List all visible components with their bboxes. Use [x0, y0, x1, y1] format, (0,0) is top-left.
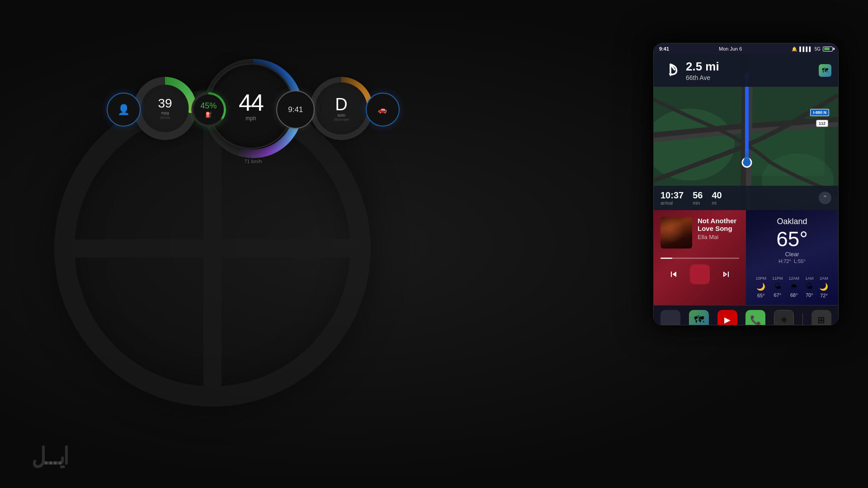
dock-separator: [802, 313, 803, 325]
car-icon: 🚗: [378, 105, 387, 114]
forecast-icon-2: 🌧: [790, 282, 797, 291]
trip-info-bar: 10:37 arrival 56 min 40 mi ⌃: [654, 186, 838, 210]
weather-city: Oakland: [753, 217, 831, 226]
minutes-item: 56 min: [693, 190, 703, 206]
highway-badge-text: I-880 N: [813, 110, 826, 115]
weather-condition: Clear: [753, 251, 831, 258]
navigation-info: 2.5 mi 66th Ave: [686, 60, 813, 81]
dock-youtube-app[interactable]: ▶: [717, 310, 737, 325]
status-bar: 9:41 Mon Jun 6 🔔 ▌▌▌▌ 5G: [654, 43, 838, 54]
forecast-time-1: 11PM: [772, 276, 783, 281]
road-badge-text: 112: [819, 121, 826, 126]
nav-turn-arrow: [660, 61, 680, 80]
forecast-time-2: 12AM: [788, 276, 799, 281]
forecast-icon-3: 🌤: [806, 282, 813, 291]
miles-value: 40: [712, 190, 722, 201]
next-button[interactable]: [716, 264, 736, 284]
album-art: [660, 217, 692, 249]
forecast-temp-1: 67°: [774, 292, 781, 298]
progress-bar[interactable]: [660, 258, 739, 259]
weather-high: 72°: [783, 258, 791, 264]
clock-gauge: 9:41: [276, 90, 315, 129]
dock-phone-app[interactable]: 📞: [745, 310, 765, 325]
album-art-image: [660, 217, 692, 249]
nav-street: 66th Ave: [686, 74, 813, 81]
forecast-time-0: 10PM: [755, 276, 766, 281]
grid-menu-button[interactable]: [690, 264, 710, 284]
fuel-ring: [191, 92, 226, 127]
weather-hilo: H:72° L:55°: [753, 258, 831, 264]
dock-maps-app[interactable]: 🗺: [689, 310, 709, 325]
mini-gauges-row: 👤 45% ⛽ 9:41 🚗: [81, 90, 425, 129]
brand-watermark: ایـــل: [32, 443, 68, 470]
minutes-value: 56: [693, 190, 703, 201]
map-section[interactable]: I-880 N 112 2.5 mi 66th Ave 🗺: [654, 54, 838, 210]
forecast-icon-1: 🌤: [774, 282, 781, 291]
miles-label: mi: [712, 201, 722, 206]
forecast-temp-0: 65°: [757, 293, 765, 298]
maps-logo: 🗺: [819, 64, 831, 77]
highway-badge: I-880 N: [810, 109, 829, 116]
dock-clover-app[interactable]: ✳: [774, 310, 794, 325]
forecast-10pm: 10PM 🌙 65°: [755, 276, 766, 298]
bell-icon: 🔔: [792, 47, 797, 52]
road-badge-112: 112: [816, 120, 828, 127]
song-title: Not Another Love Song: [698, 217, 739, 232]
arrival-time-value: 10:37: [660, 190, 684, 201]
status-icons: 🔔 ▌▌▌▌ 5G: [792, 47, 833, 52]
forecast-icon-4: 🌙: [819, 282, 828, 291]
dock-last-app[interactable]: ⊞: [811, 310, 831, 325]
minutes-label: min: [693, 201, 703, 206]
forecast-12am: 12AM 🌧 68°: [788, 276, 799, 298]
forecast-2am: 2AM 🌙 72°: [819, 276, 828, 298]
nav-distance: 2.5 mi: [686, 60, 813, 74]
expand-button[interactable]: ⌃: [819, 192, 831, 204]
dock-home-button[interactable]: [660, 310, 680, 325]
status-date: Mon Jun 6: [719, 46, 742, 52]
forecast-temp-3: 70°: [806, 292, 813, 298]
carplay-panel: 9:41 Mon Jun 6 🔔 ▌▌▌▌ 5G: [653, 43, 839, 325]
song-artist: Ella Mai: [698, 234, 739, 240]
forecast-time-4: 2AM: [820, 276, 828, 281]
forecast-1am: 1AM 🌤 70°: [805, 276, 814, 298]
clock-time: 9:41: [288, 105, 303, 114]
person-icon: 👤: [118, 104, 130, 116]
fuel-gauge: 45% ⛽: [192, 93, 226, 127]
progress-fill: [660, 258, 672, 259]
arrival-time-item: 10:37 arrival: [660, 190, 684, 206]
network-type: 5G: [815, 47, 821, 52]
miles-item: 40 mi: [712, 190, 722, 206]
arrival-label: arrival: [660, 201, 684, 206]
prev-button[interactable]: [664, 264, 684, 284]
navigation-header: 2.5 mi 66th Ave 🗺: [654, 54, 838, 87]
weather-temperature: 65°: [753, 229, 831, 249]
music-controls: [660, 264, 739, 284]
signal-icon: ▌▌▌▌: [799, 47, 812, 52]
forecast-temp-2: 68°: [790, 292, 798, 298]
battery-indicator: [823, 47, 833, 52]
forecast-temp-4: 72°: [820, 293, 828, 298]
dock-bar: 🗺 ▶ 📞 ✳ ⊞: [654, 305, 838, 325]
music-panel[interactable]: Not Another Love Song Ella Mai: [654, 210, 746, 305]
weather-forecast: 10PM 🌙 65° 11PM 🌤 67° 12AM 🌧 68° 1AM 🌤: [753, 272, 831, 298]
music-top: Not Another Love Song Ella Mai: [660, 217, 739, 249]
forecast-time-3: 1AM: [805, 276, 814, 281]
forecast-11pm: 11PM 🌤 67°: [772, 276, 783, 298]
car-settings-gauge: 🚗: [366, 93, 400, 127]
forecast-icon-0: 🌙: [756, 282, 765, 291]
driver-gauge: 👤: [107, 93, 141, 127]
weather-panel[interactable]: Oakland 65° Clear H:72° L:55° 10PM 🌙 65°…: [746, 210, 838, 305]
status-time: 9:41: [659, 46, 669, 52]
speed-kmh: 71 km/h: [244, 159, 262, 164]
weather-low: 55°: [798, 258, 806, 264]
bottom-panels: Not Another Love Song Ella Mai: [654, 210, 838, 305]
music-info: Not Another Love Song Ella Mai: [698, 217, 739, 240]
